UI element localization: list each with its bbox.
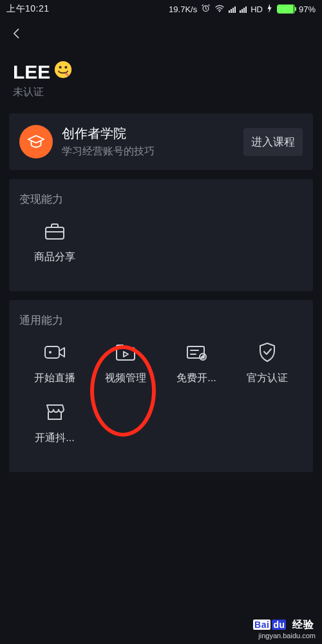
open-douyin-button[interactable]: 开通抖... [19, 401, 90, 445]
wifi-icon [214, 4, 225, 15]
academy-title: 创作者学院 [62, 125, 234, 142]
video-camera-icon [43, 341, 66, 364]
battery-icon [277, 5, 295, 14]
store-icon [43, 401, 66, 424]
cell-label: 官方认证 [247, 372, 288, 385]
alarm-icon [201, 3, 211, 15]
wm-b: du [272, 620, 286, 630]
svg-point-7 [49, 351, 52, 354]
status-bar: 上午10:21 19.7K/s HD 97% [0, 0, 322, 18]
academy-sub: 学习经营账号的技巧 [62, 145, 234, 158]
status-right: 19.7K/s HD 97% [169, 3, 316, 15]
hd-label: HD [251, 5, 263, 14]
svg-point-4 [65, 66, 68, 68]
cell-label: 免费开... [176, 372, 216, 385]
emoji-icon [54, 61, 72, 83]
cell-label: 开通抖... [35, 431, 74, 445]
signal-icon-1 [229, 5, 236, 13]
charging-icon [267, 4, 273, 15]
academy-card[interactable]: 创作者学院 学习经营账号的技巧 进入课程 [9, 113, 313, 170]
battery-pct: 97% [299, 5, 316, 14]
watermark: Baidu 经验 jingyan.baidu.com [252, 618, 316, 640]
briefcase-icon [43, 220, 66, 243]
status-time: 上午10:21 [6, 3, 50, 15]
start-live-button[interactable]: 开始直播 [19, 341, 90, 385]
signal-icon-2 [240, 5, 247, 13]
ticket-icon [185, 341, 208, 364]
video-manage-button[interactable]: 视频管理 [90, 341, 161, 385]
general-section: 通用能力 开始直播 视频管理 免费开... [9, 300, 313, 472]
net-speed: 19.7K/s [169, 5, 197, 14]
svg-rect-5 [46, 227, 64, 239]
cell-label: 商品分享 [34, 251, 75, 264]
wm-url: jingyan.baidu.com [252, 632, 316, 640]
svg-rect-8 [117, 348, 135, 360]
cell-label: 视频管理 [105, 372, 146, 385]
shield-icon [256, 341, 279, 364]
verify-status: 未认证 [13, 86, 309, 99]
monetize-section: 变现能力 商品分享 [9, 179, 313, 291]
profile-name: LEE [13, 61, 50, 83]
svg-point-2 [55, 61, 71, 78]
wm-a: Bai [253, 620, 270, 630]
monetize-title: 变现能力 [19, 192, 303, 207]
svg-rect-6 [45, 346, 59, 358]
wm-c: 经验 [291, 619, 315, 630]
back-button[interactable] [9, 18, 313, 43]
graduation-icon [19, 125, 53, 158]
official-verify-button[interactable]: 官方认证 [232, 341, 303, 385]
svg-point-3 [59, 66, 62, 68]
general-title: 通用能力 [19, 313, 303, 328]
enter-course-button[interactable]: 进入课程 [243, 128, 303, 156]
svg-point-1 [219, 10, 220, 12]
video-folder-icon [114, 341, 137, 364]
profile-header: LEE 未认证 [9, 43, 313, 113]
cell-label: 开始直播 [34, 372, 75, 385]
free-open-button[interactable]: 免费开... [161, 341, 232, 385]
product-share-button[interactable]: 商品分享 [19, 220, 90, 264]
